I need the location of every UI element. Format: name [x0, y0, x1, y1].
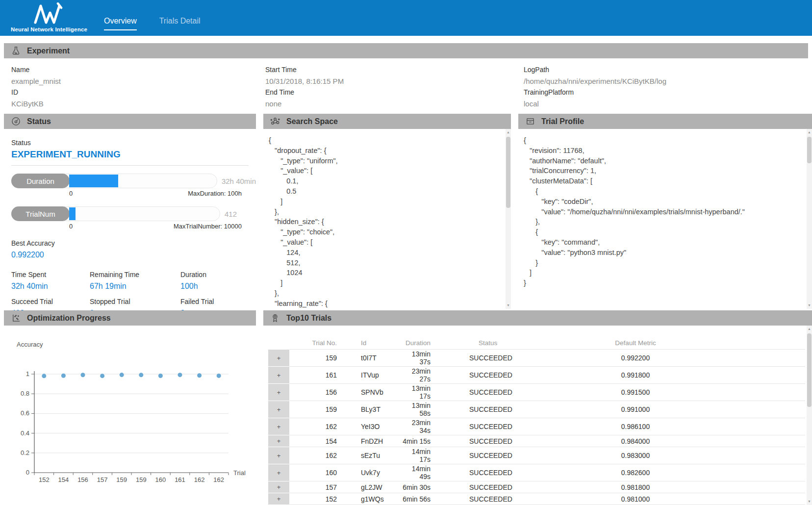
svg-text:159: 159	[116, 476, 127, 483]
stat-time-spent: Time Spent32h 40min	[11, 269, 90, 292]
scrollbar-thumb[interactable]	[807, 137, 812, 163]
experiment-field-column: Nameexample_mnistIDKCiBytKB	[11, 64, 265, 109]
field-value: none	[265, 98, 524, 109]
svg-text:152: 152	[39, 476, 50, 483]
cell-filler	[709, 418, 805, 435]
cell-trial-no: 159	[289, 350, 340, 367]
status-field-label: Status	[11, 137, 256, 148]
cell-filler	[709, 350, 805, 367]
expand-button[interactable]: +	[268, 367, 289, 384]
cell-trial-no: 162	[289, 447, 340, 464]
expand-button[interactable]: +	[268, 350, 289, 367]
expand-button[interactable]: +	[268, 447, 289, 464]
trial-profile-json[interactable]: { "revision": 11768, "authorName": "defa…	[518, 129, 812, 309]
experiment-panel-header: Experiment	[4, 43, 808, 58]
table-row: +162sEzTu14min 17sSUCCEEDED0.983000	[268, 447, 805, 464]
axis-max: MaxDuration: 100h	[188, 188, 242, 199]
search-space-scrollbar[interactable]: ▲ ▼	[506, 129, 511, 309]
table-row: +157gL2JW6min 30sSUCCEEDED0.981800	[268, 481, 805, 493]
cell-id: BLy3T	[340, 401, 399, 418]
cell-trial-no: 157	[289, 481, 340, 493]
experiment-fields: Nameexample_mnistIDKCiBytKBStart Time10/…	[4, 58, 808, 109]
cell-default-metric: 0.981000	[562, 493, 709, 505]
svg-text:0.4: 0.4	[21, 429, 29, 437]
optimization-chart: Accuracy00.20.40.60.81152154156157159159…	[4, 326, 256, 497]
cell-filler	[709, 493, 805, 505]
svg-text:Accuracy: Accuracy	[17, 341, 43, 348]
scrollbar-thumb[interactable]	[506, 137, 510, 208]
progress-bars: Duration32h 40min0MaxDuration: 100hTrial…	[11, 174, 256, 231]
top10-panel-title: Top10 Trials	[286, 314, 331, 323]
scroll-up-arrow[interactable]: ▲	[506, 129, 511, 135]
field-label: TrainingPlatform	[524, 87, 808, 98]
table-row: +156SPNVb13min 17sSUCCEEDED0.991500	[268, 384, 805, 401]
expand-button[interactable]: +	[268, 464, 289, 481]
scroll-down-arrow[interactable]: ▼	[807, 303, 812, 308]
best-accuracy-label: Best Accuracy	[11, 238, 256, 249]
cell-filler	[709, 464, 805, 481]
top10-panel: Top10 Trials Trial No. Id Duration Statu…	[263, 310, 812, 505]
optimization-panel-header: Optimization Progress	[4, 310, 256, 326]
progress-track: Duration	[11, 174, 217, 188]
expand-button[interactable]: +	[268, 384, 289, 401]
cell-id: sEzTu	[340, 447, 399, 464]
brand-text: Neural Network Intelligence	[5, 26, 93, 32]
cell-default-metric: 0.992200	[562, 350, 709, 367]
stat-value: 100h	[180, 280, 256, 292]
expand-button[interactable]: +	[268, 435, 289, 447]
top10-table: Trial No. Id Duration Status Default Met…	[268, 336, 805, 505]
trial-profile-scrollbar[interactable]: ▲ ▼	[807, 129, 812, 309]
trial-profile-panel-title: Trial Profile	[541, 117, 584, 126]
expand-button[interactable]: +	[268, 418, 289, 435]
table-row: +152g1WQs6min 56sSUCCEEDED0.981000	[268, 493, 805, 505]
cell-status: SUCCEEDED	[433, 464, 562, 481]
progress-axis: 0MaxTrialNumber: 10000	[69, 221, 242, 231]
expand-button[interactable]: +	[268, 493, 289, 505]
medal-icon	[270, 313, 280, 323]
scroll-up-arrow[interactable]: ▲	[807, 129, 812, 135]
cell-duration: 4min 15s	[399, 435, 433, 447]
cell-status: SUCCEEDED	[433, 401, 562, 418]
top10-panel-header: Top10 Trials	[263, 310, 812, 326]
progress-label-pill: TrialNum	[11, 206, 70, 221]
cell-status: SUCCEEDED	[433, 493, 562, 505]
experiment-panel: Experiment Nameexample_mnistIDKCiBytKBSt…	[4, 43, 808, 112]
tab-overview[interactable]: Overview	[104, 17, 137, 30]
cell-status: SUCCEEDED	[433, 447, 562, 464]
scroll-up-arrow[interactable]: ▲	[807, 326, 812, 332]
progress-fill	[69, 175, 118, 187]
axis-min: 0	[69, 188, 73, 199]
cell-trial-no: 154	[289, 435, 340, 447]
scroll-down-arrow[interactable]: ▼	[807, 499, 812, 505]
scroll-down-arrow[interactable]: ▼	[506, 303, 511, 308]
search-space-json[interactable]: { "dropout_rate": { "_type": "uniform", …	[263, 129, 511, 309]
cell-duration: 13min 37s	[399, 350, 433, 367]
optimization-scatter-svg: Accuracy00.20.40.60.81152154156157159159…	[4, 326, 256, 495]
experiment-field-column: Start Time10/31/2018, 8:16:15 PMEnd Time…	[265, 64, 524, 109]
stat-value: 32h 40min	[11, 280, 90, 292]
top10-scrollbar[interactable]: ▲ ▼	[807, 326, 812, 505]
svg-text:Trial: Trial	[233, 469, 246, 477]
search-space-panel-title: Search Space	[286, 117, 338, 126]
cell-id: Uvk7y	[340, 464, 399, 481]
col-trial-no: Trial No.	[289, 336, 340, 350]
trial-profile-panel-header: Trial Profile	[518, 114, 812, 129]
stat-label: Succeed Trial	[11, 296, 90, 307]
scrollbar-thumb[interactable]	[807, 333, 812, 407]
cell-status: SUCCEEDED	[433, 435, 562, 447]
optimization-panel-title: Optimization Progress	[27, 314, 111, 323]
progress-label-pill: Duration	[11, 174, 70, 188]
status-panel-header: Status	[4, 114, 256, 129]
cell-default-metric: 0.991800	[562, 367, 709, 384]
expand-button[interactable]: +	[268, 481, 289, 493]
field-value: local	[524, 98, 808, 109]
axis-max: MaxTrialNumber: 10000	[174, 221, 242, 231]
svg-text:157: 157	[97, 476, 108, 483]
cell-duration: 14min 17s	[399, 447, 433, 464]
search-space-panel-header: Search Space	[263, 114, 511, 129]
tab-trials-detail[interactable]: Trials Detail	[159, 17, 201, 30]
field-value: 10/31/2018, 8:16:15 PM	[265, 76, 524, 87]
table-row: +159BLy3T13min 58sSUCCEEDED0.991000	[268, 401, 805, 418]
expand-button[interactable]: +	[268, 401, 289, 418]
svg-text:0.6: 0.6	[21, 409, 29, 417]
